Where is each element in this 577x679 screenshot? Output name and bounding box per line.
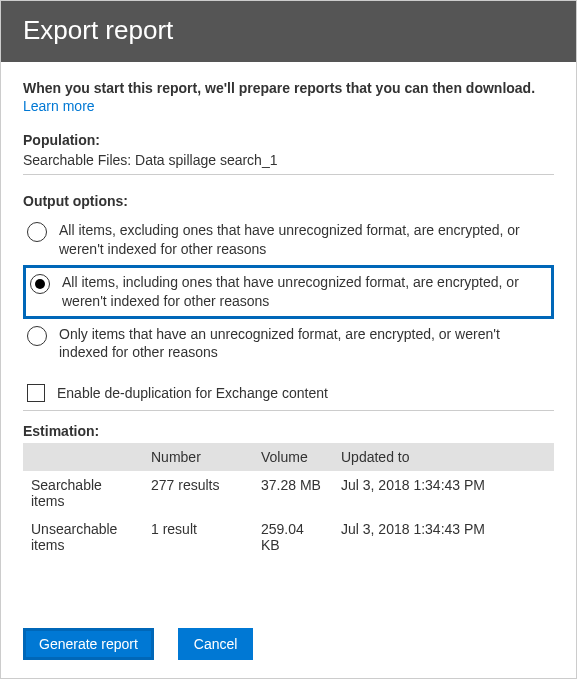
radio-label: Only items that have an unrecognized for… <box>59 325 550 363</box>
cell-number: 277 results <box>143 471 253 515</box>
cell-volume: 37.28 MB <box>253 471 333 515</box>
generate-report-button[interactable]: Generate report <box>23 628 154 660</box>
col-volume: Volume <box>253 443 333 471</box>
dialog-content: When you start this report, we'll prepar… <box>1 62 576 618</box>
col-number: Number <box>143 443 253 471</box>
export-report-dialog: Export report When you start this report… <box>0 0 577 679</box>
divider <box>23 174 554 175</box>
estimation-table: Number Volume Updated to Searchable item… <box>23 443 554 559</box>
intro-text: When you start this report, we'll prepar… <box>23 80 554 96</box>
checkbox-icon <box>27 384 45 402</box>
radio-label: All items, excluding ones that have unre… <box>59 221 550 259</box>
table-header-row: Number Volume Updated to <box>23 443 554 471</box>
dialog-header: Export report <box>1 1 576 62</box>
radio-icon <box>27 222 47 242</box>
radio-label: All items, including ones that have unre… <box>62 273 547 311</box>
cancel-button[interactable]: Cancel <box>178 628 254 660</box>
estimation-label: Estimation: <box>23 423 554 439</box>
output-options-group: All items, excluding ones that have unre… <box>23 215 554 368</box>
learn-more-link[interactable]: Learn more <box>23 98 95 114</box>
radio-option-all-including[interactable]: All items, including ones that have unre… <box>23 265 554 319</box>
radio-icon <box>30 274 50 294</box>
population-label: Population: <box>23 132 554 148</box>
cell-name: Unsearchable items <box>23 515 143 559</box>
col-updated: Updated to <box>333 443 554 471</box>
dedup-checkbox-row[interactable]: Enable de-duplication for Exchange conte… <box>27 384 554 402</box>
cell-volume: 259.04 KB <box>253 515 333 559</box>
cell-name: Searchable items <box>23 471 143 515</box>
dialog-buttons: Generate report Cancel <box>1 618 576 678</box>
cell-updated: Jul 3, 2018 1:34:43 PM <box>333 471 554 515</box>
dialog-title: Export report <box>23 15 554 46</box>
divider <box>23 410 554 411</box>
radio-icon <box>27 326 47 346</box>
radio-option-all-excluding[interactable]: All items, excluding ones that have unre… <box>23 215 554 265</box>
table-row: Searchable items 277 results 37.28 MB Ju… <box>23 471 554 515</box>
output-options-label: Output options: <box>23 193 554 209</box>
radio-option-only-unrecognized[interactable]: Only items that have an unrecognized for… <box>23 319 554 369</box>
table-row: Unsearchable items 1 result 259.04 KB Ju… <box>23 515 554 559</box>
cell-number: 1 result <box>143 515 253 559</box>
col-blank <box>23 443 143 471</box>
population-value: Searchable Files: Data spillage search_1 <box>23 152 554 168</box>
dedup-label: Enable de-duplication for Exchange conte… <box>57 385 328 401</box>
cell-updated: Jul 3, 2018 1:34:43 PM <box>333 515 554 559</box>
